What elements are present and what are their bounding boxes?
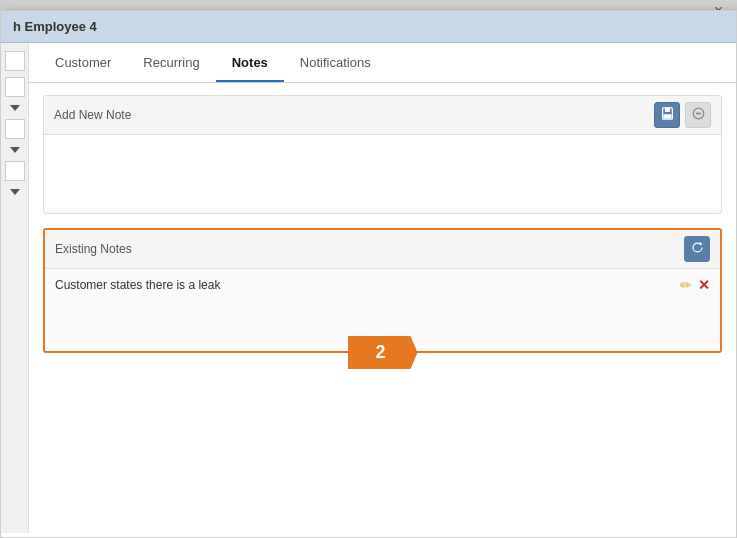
step-badge: 2: [348, 336, 418, 369]
note-textarea[interactable]: [44, 135, 721, 210]
sidebar-arrow-3[interactable]: [10, 189, 20, 195]
modal-body: Customer Recurring Notes Notifications A…: [1, 43, 736, 533]
sidebar-item-1[interactable]: [5, 51, 25, 71]
existing-notes-section: Existing Notes Customer states there: [43, 228, 722, 353]
modal-title: h Employee 4: [13, 19, 97, 34]
sidebar: [1, 43, 29, 533]
content-area: Customer Recurring Notes Notifications A…: [29, 43, 736, 533]
sidebar-item-4[interactable]: [5, 161, 25, 181]
cancel-icon: [692, 107, 705, 123]
note-text: Customer states there is a leak: [55, 278, 680, 292]
tab-notes[interactable]: Notes: [216, 45, 284, 82]
refresh-icon: [691, 241, 704, 257]
sidebar-arrow-2[interactable]: [10, 147, 20, 153]
existing-notes-header: Existing Notes: [45, 230, 720, 269]
modal-container: h Employee 4 Customer Recurring Notes No…: [0, 10, 737, 538]
tab-recurring[interactable]: Recurring: [127, 45, 215, 82]
tab-notifications[interactable]: Notifications: [284, 45, 387, 82]
step-badge-number: 2: [375, 342, 385, 362]
svg-rect-1: [665, 108, 670, 112]
save-note-button[interactable]: [654, 102, 680, 128]
note-row: Customer states there is a leak ✏ ✕: [45, 269, 720, 301]
tab-customer[interactable]: Customer: [39, 45, 127, 82]
tab-notes-content: Add New Note: [29, 83, 736, 365]
delete-note-button[interactable]: ✕: [698, 277, 710, 293]
sidebar-item-3[interactable]: [5, 119, 25, 139]
edit-note-button[interactable]: ✏: [680, 277, 692, 293]
svg-rect-2: [663, 114, 671, 118]
add-note-header: Add New Note: [44, 96, 721, 135]
add-note-section: Add New Note: [43, 95, 722, 214]
add-note-buttons: [654, 102, 711, 128]
refresh-notes-button[interactable]: [684, 236, 710, 262]
save-icon: [661, 107, 674, 123]
sidebar-item-2[interactable]: [5, 77, 25, 97]
sidebar-arrow-1[interactable]: [10, 105, 20, 111]
add-note-label: Add New Note: [54, 108, 131, 122]
modal-titlebar: h Employee 4: [1, 11, 736, 43]
note-actions: ✏ ✕: [680, 277, 710, 293]
cancel-note-button[interactable]: [685, 102, 711, 128]
tabs-bar: Customer Recurring Notes Notifications: [29, 45, 736, 83]
existing-notes-label: Existing Notes: [55, 242, 132, 256]
svg-marker-5: [699, 242, 701, 245]
